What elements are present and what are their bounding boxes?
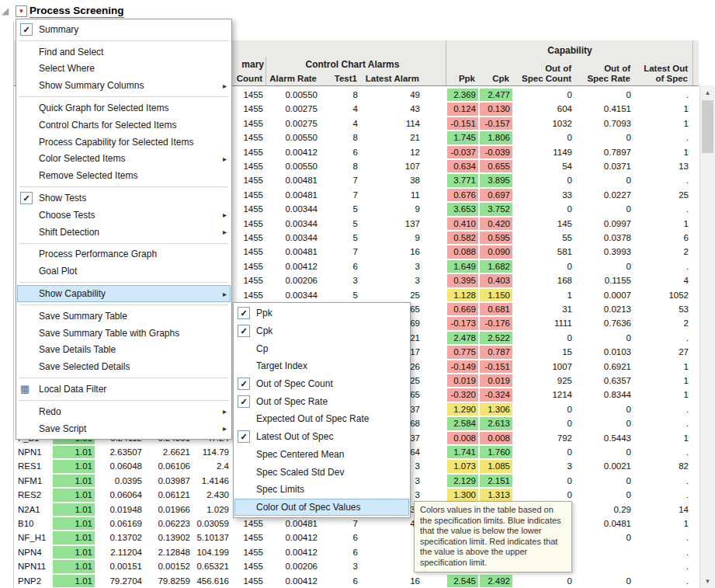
menu-item-quick-graph-for-selected-items[interactable]: Quick Graph for Selected Items: [17, 99, 231, 117]
check-icon: ✓: [238, 325, 250, 337]
header-divider: [446, 40, 446, 85]
cell-oos-count: 0: [514, 574, 574, 588]
cell-cpk: 2.613: [480, 417, 512, 430]
menu-item-remove-selected-items[interactable]: Remove Selected Items: [17, 167, 231, 184]
menu-item-control-charts-for-selected-items[interactable]: Control Charts for Selected Items: [17, 117, 231, 134]
menu-item-expected-out-of-spec-rate[interactable]: Expected Out of Spec Rate: [234, 410, 409, 428]
cell-latest-oos: .: [635, 331, 691, 345]
menu-item-show-summary-columns[interactable]: Show Summary Columns▸: [17, 77, 231, 94]
menu-item-out-of-spec-rate[interactable]: ✓Out of Spec Rate: [234, 392, 409, 410]
cell-process: RES1: [16, 459, 51, 473]
cell-ppk: 0.088: [447, 245, 478, 258]
cell-oos-count: 792: [514, 431, 574, 445]
cell-cpk: -0.324: [480, 388, 512, 401]
cell-test1: 6: [323, 545, 360, 559]
scroll-up-icon[interactable]: ▲: [700, 85, 715, 99]
cell-alarm-rate: 0.00481: [269, 173, 320, 187]
menu-item-label: Control Charts for Selected Items: [39, 120, 227, 130]
cell-alarm-rate: 0.00275: [269, 102, 320, 116]
vertical-scrollbar[interactable]: ▲ ▼: [699, 85, 715, 588]
cell-cpk: 1.682: [480, 260, 512, 273]
menu-item-save-summary-table[interactable]: Save Summary Table: [17, 308, 231, 325]
cell-ppk: 0.019: [447, 374, 478, 387]
cell-oos-rate: 0.0481: [576, 517, 633, 531]
cell-ppk: 0.008: [447, 432, 478, 444]
cell-latest-alarm: 38: [365, 173, 422, 187]
menu-item-target-index[interactable]: Target Index: [234, 357, 409, 375]
menu-item-find-and-select[interactable]: Find and Select: [17, 43, 231, 61]
cell-latest-oos: .: [635, 445, 691, 459]
cell-oos-rate: 0.7093: [576, 117, 633, 130]
cell-latest-alarm: 3: [365, 259, 422, 273]
table-row[interactable]: PNP21.0179.270479.8259456.61614550.00412…: [0, 574, 699, 588]
cell-stability-ratio: 1.01: [53, 560, 95, 572]
cell-sigma-overall: 0.01966: [148, 503, 193, 517]
menu-item-color-selected-items[interactable]: Color Selected Items▸: [17, 151, 231, 168]
menu-separator: [19, 282, 228, 283]
grid-icon: ▦: [20, 384, 30, 395]
scrollbar-thumb[interactable]: [702, 100, 713, 153]
menu-item-choose-tests[interactable]: Choose Tests▸: [17, 207, 231, 224]
tooltip-line: the value is above the upper: [420, 547, 566, 558]
cell-alarm-rate: 0.00550: [269, 88, 320, 102]
menu-item-cpk[interactable]: ✓Cpk: [234, 322, 409, 340]
menu-item-redo[interactable]: Redo▸: [17, 403, 231, 420]
menu-item-latest-out-of-spec[interactable]: ✓Latest Out of Spec: [234, 428, 409, 446]
menu-item-cp[interactable]: Cp: [234, 339, 409, 357]
cell-ppk: -0.149: [447, 360, 478, 373]
menu-item-show-tests[interactable]: ✓Show Tests: [17, 190, 231, 207]
menu-item-shift-detection[interactable]: Shift Detection▸: [17, 224, 231, 241]
cell-latest-alarm: 12: [365, 145, 422, 159]
cell-test1: 5: [323, 202, 360, 216]
menu-item-summary[interactable]: ✓Summary: [17, 21, 231, 38]
checkbox-checked-icon: ✓: [238, 378, 256, 390]
cell-sigma-overall: 79.8259: [148, 574, 193, 588]
menu-item-local-data-filter[interactable]: ▦Local Data Filter: [17, 381, 231, 398]
cell-sigma-overall: 2.12848: [148, 545, 193, 559]
menu-item-color-out-of-spec-values[interactable]: Color Out of Spec Values: [234, 499, 409, 517]
cell-process: NPN4: [16, 545, 51, 559]
cell-latest-oos: 1: [635, 117, 691, 130]
cell-oos-count: 31: [514, 302, 574, 316]
cell-count: 1455: [234, 88, 266, 102]
menu-item-ppk[interactable]: ✓Ppk: [234, 304, 409, 322]
menu-item-label: Ppk: [256, 308, 405, 318]
disclosure-triangle-icon[interactable]: ◢: [2, 5, 9, 16]
cell-latest-oos: 27: [635, 345, 691, 359]
column-header-ppk: Ppk: [447, 74, 475, 84]
menu-item-process-capability-for-selected-items[interactable]: Process Capability for Selected Items: [17, 134, 231, 151]
menu-item-save-selected-details[interactable]: Save Selected Details: [17, 358, 231, 375]
menu-item-process-performance-graph[interactable]: Process Performance Graph: [17, 246, 231, 263]
menu-item-spec-centered-mean[interactable]: Spec Centered Mean: [234, 446, 409, 464]
cell-count: 1455: [234, 217, 266, 231]
menu-item-save-details-table[interactable]: Save Details Table: [17, 342, 231, 359]
cell-test1: 8: [323, 130, 360, 144]
scroll-down-icon[interactable]: ▼: [700, 574, 715, 588]
menu-item-label: Out of Spec Count: [256, 378, 405, 389]
cell-oos-count: 1111: [514, 316, 574, 330]
submenu-arrow-icon: ▸: [223, 210, 227, 219]
table-row[interactable]: NPN41.012.112042.12848104.19914550.00412…: [0, 545, 699, 559]
red-triangle-menu-button[interactable]: ▼: [16, 5, 27, 17]
menu-item-label: Target Index: [256, 360, 405, 371]
table-row[interactable]: NPN111.010.001510.001520.6532114550.0020…: [0, 559, 699, 573]
menu-item-goal-plot[interactable]: Goal Plot: [17, 263, 231, 280]
table-row[interactable]: NF_H11.010.137020.139025.1013714550.0041…: [0, 531, 699, 545]
menu-item-show-capability[interactable]: Show Capability▸: [17, 285, 231, 302]
menu-item-save-summary-table-with-graphs[interactable]: Save Summary Table with Graphs: [17, 325, 231, 342]
cell-oos-count: 604: [514, 102, 574, 116]
cell-cpk: 1.760: [480, 446, 512, 458]
table-row[interactable]: B101.010.061690.062230.0305914550.004817…: [0, 517, 699, 531]
menu-item-out-of-spec-count[interactable]: ✓Out of Spec Count: [234, 375, 409, 393]
cell-alarm-rate: 0.00344: [269, 231, 320, 245]
menu-item-save-script[interactable]: Save Script▸: [17, 420, 231, 437]
menu-item-spec-limits[interactable]: Spec Limits: [234, 481, 409, 499]
cell-stability-ratio: 1.01: [53, 575, 95, 587]
cell-oos-count: 55: [514, 231, 574, 245]
menu-item-spec-scaled-std-dev[interactable]: Spec Scaled Std Dev: [234, 463, 409, 481]
cell-test1: 6: [323, 531, 360, 545]
cell-oos-count: 0: [514, 416, 574, 430]
cell-mean: 104.199: [194, 545, 231, 559]
menu-item-select-where[interactable]: Select Where: [17, 61, 231, 78]
cell-alarm-rate: 0.00481: [269, 245, 320, 259]
